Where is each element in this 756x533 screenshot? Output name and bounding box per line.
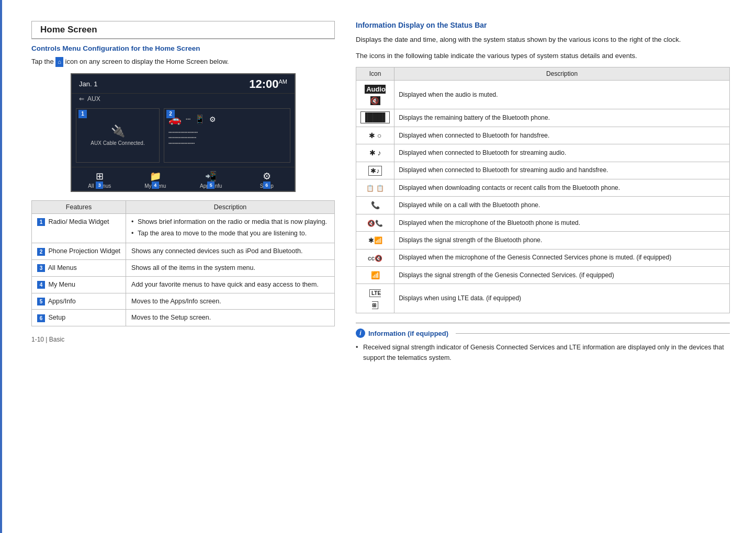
feature-num-badge: 2 bbox=[37, 248, 45, 256]
features-col-header: Features bbox=[32, 200, 126, 213]
status-icon-cell: Audio🔇 bbox=[356, 80, 394, 109]
settings-widget-icon: ⚙ bbox=[209, 115, 216, 123]
status-description: Displayed when connected to Bluetooth fo… bbox=[394, 127, 730, 144]
dots-icon: ••• bbox=[186, 117, 190, 122]
feature-label: 5 Apps/Info bbox=[32, 293, 126, 310]
apps-info-btn[interactable]: 📲 Apps/Infu 5 bbox=[183, 171, 239, 189]
status-description: Displayed while on a call with the Bluet… bbox=[394, 197, 730, 214]
info-box-list: Received signal strength indicator of Ge… bbox=[356, 342, 730, 363]
info-box-title-text: Information (if equipped) bbox=[368, 330, 448, 337]
status-description: Displayed when connected to Bluetooth fo… bbox=[394, 144, 730, 162]
screen-bottom-bar: ⊞ All Menus 3 📁 My Menu 4 📲 Apps/Infu 5 … bbox=[72, 167, 295, 191]
status-icon-cell: 📶 bbox=[356, 266, 394, 283]
status-icon-cell: ✱♪ bbox=[356, 162, 394, 179]
feature-num-badge: 4 bbox=[37, 281, 45, 289]
status-icon-cell: cc🔇 bbox=[356, 249, 394, 266]
intro-text: Tap the ⌂ icon on any screen to display … bbox=[31, 56, 335, 67]
info-box: i Information (if equipped) Received sig… bbox=[356, 323, 730, 363]
screen-main-area: 1 🔌 AUX Cable Connected. 2 🚗 ••• 📱 ⚙ •••… bbox=[72, 104, 295, 167]
info-box-line bbox=[456, 333, 730, 334]
feature-num-badge: 1 bbox=[37, 218, 45, 226]
status-description: Displayed when the microphone of the Gen… bbox=[394, 249, 730, 266]
status-description: Displayed when the audio is muted. bbox=[394, 80, 730, 109]
widget-1-num: 1 bbox=[78, 110, 87, 118]
feature-description: Add your favorite menus to have quick an… bbox=[126, 276, 335, 293]
all-menus-num: 3 bbox=[96, 182, 103, 189]
widget-2-top: 🚗 ••• 📱 ⚙ bbox=[168, 113, 286, 126]
right-column: Information Display on the Status Bar Di… bbox=[356, 21, 730, 365]
status-description: Displays the remaining battery of the Bl… bbox=[394, 109, 730, 127]
feature-description: Moves to the Setup screen. bbox=[126, 310, 335, 326]
right-intro-2: The icons in the following table indicat… bbox=[356, 51, 730, 62]
screen-top-bar: Jan. 1 12:00AM bbox=[72, 74, 295, 94]
status-icon-cell: ✱ ♪ bbox=[356, 144, 394, 162]
status-icon-cell: 📋 📋 bbox=[356, 179, 394, 196]
info-icon: i bbox=[356, 328, 365, 338]
feature-description: Moves to the Apps/Info screen. bbox=[126, 293, 335, 310]
left-column: Home Screen Controls Menu Configuration … bbox=[31, 21, 335, 365]
feature-label: 2 Phone Projection Widget bbox=[32, 243, 126, 260]
widget-1: 1 🔌 AUX Cable Connected. bbox=[76, 108, 160, 163]
status-icon-cell: 📞 bbox=[356, 197, 394, 214]
screen-time: 12:00AM bbox=[249, 77, 287, 91]
aux-cable-icon: 🔌 bbox=[111, 124, 125, 138]
screen-mockup: Jan. 1 12:00AM ⇐ AUX 1 🔌 AUX Cable Conne… bbox=[71, 73, 296, 192]
subsection-title: Controls Menu Configuration for the Home… bbox=[31, 44, 335, 52]
status-description: Displays when using LTE data. (if equipp… bbox=[394, 284, 730, 313]
widget-2-dots-pattern: •••••••••••••••••••• •••••••••••••••••••… bbox=[168, 130, 286, 146]
status-table: Icon Description Audio🔇Displayed when th… bbox=[356, 67, 730, 313]
feature-label: 3 All Menus bbox=[32, 260, 126, 277]
feature-label: 6 Setup bbox=[32, 310, 126, 326]
apps-info-icon: 📲 bbox=[205, 171, 217, 182]
all-menus-icon: ⊞ bbox=[96, 171, 104, 182]
right-intro-1: Displays the date and time, along with t… bbox=[356, 35, 730, 46]
widget-2-num: 2 bbox=[166, 110, 175, 118]
status-desc-col-header: Description bbox=[394, 67, 730, 80]
status-icon-col-header: Icon bbox=[356, 67, 394, 80]
all-menus-btn[interactable]: ⊞ All Menus 3 bbox=[72, 171, 128, 189]
home-icon: ⌂ bbox=[55, 57, 63, 67]
my-menu-btn[interactable]: 📁 My Menu 4 bbox=[128, 171, 184, 189]
status-description: Displayed when the microphone of the Blu… bbox=[394, 214, 730, 231]
my-menu-num: 4 bbox=[152, 182, 159, 189]
setup-num: 6 bbox=[263, 182, 270, 189]
status-icon-cell: ▐███▌ bbox=[356, 109, 394, 127]
apps-info-num: 5 bbox=[207, 182, 215, 189]
section-title: Home Screen bbox=[40, 25, 328, 35]
setup-btn[interactable]: ⚙ Setup 6 bbox=[239, 171, 295, 189]
status-icon-cell: ✱ ○ bbox=[356, 127, 394, 144]
widget-2: 2 🚗 ••• 📱 ⚙ •••••••••••••••••••• •••••••… bbox=[164, 108, 290, 163]
page-footer: 1-10 | Basic bbox=[31, 336, 335, 343]
feature-description: Shows brief information on the radio or … bbox=[126, 213, 335, 243]
aux-label: AUX bbox=[87, 95, 100, 103]
features-table: Features Description 1 Radio/ Media Widg… bbox=[31, 200, 335, 326]
list-item: Received signal strength indicator of Ge… bbox=[356, 342, 730, 363]
my-menu-icon: 📁 bbox=[150, 171, 161, 182]
list-item: Shows brief information on the radio or … bbox=[131, 217, 329, 227]
screen-aux-bar: ⇐ AUX bbox=[72, 94, 295, 104]
phone-widget-icon: 📱 bbox=[195, 114, 205, 124]
status-description: Displays the signal strength of the Gene… bbox=[394, 266, 730, 283]
section-title-box: Home Screen bbox=[31, 21, 335, 39]
feature-description: Shows all of the items in the system men… bbox=[126, 260, 335, 277]
status-icon-cell: LTE⊞ bbox=[356, 284, 394, 313]
feature-label: 1 Radio/ Media Widget bbox=[32, 213, 126, 243]
status-description: Displays the signal strength of the Blue… bbox=[394, 232, 730, 249]
left-border-accent bbox=[0, 0, 2, 533]
feature-num-badge: 6 bbox=[37, 314, 45, 322]
page-container: Home Screen Controls Menu Configuration … bbox=[0, 0, 756, 386]
screen-date: Jan. 1 bbox=[79, 80, 97, 88]
aux-arrow-icon: ⇐ bbox=[79, 95, 84, 103]
aux-cable-text: AUX Cable Connected. bbox=[91, 140, 144, 146]
feature-num-badge: 3 bbox=[37, 264, 45, 272]
setup-icon: ⚙ bbox=[263, 171, 271, 182]
status-description: Displayed when connected to Bluetooth fo… bbox=[394, 162, 730, 179]
status-icon-cell: 🔇📞 bbox=[356, 214, 394, 231]
status-icon-cell: ✱📶 bbox=[356, 232, 394, 249]
feature-description: Shows any connected devices such as iPod… bbox=[126, 243, 335, 260]
right-section-title: Information Display on the Status Bar bbox=[356, 21, 730, 29]
status-description: Displayed when downloading contacts or r… bbox=[394, 179, 730, 196]
description-col-header: Description bbox=[126, 200, 335, 213]
feature-label: 4 My Menu bbox=[32, 276, 126, 293]
list-item: Tap the area to move to the mode that yo… bbox=[131, 229, 329, 239]
